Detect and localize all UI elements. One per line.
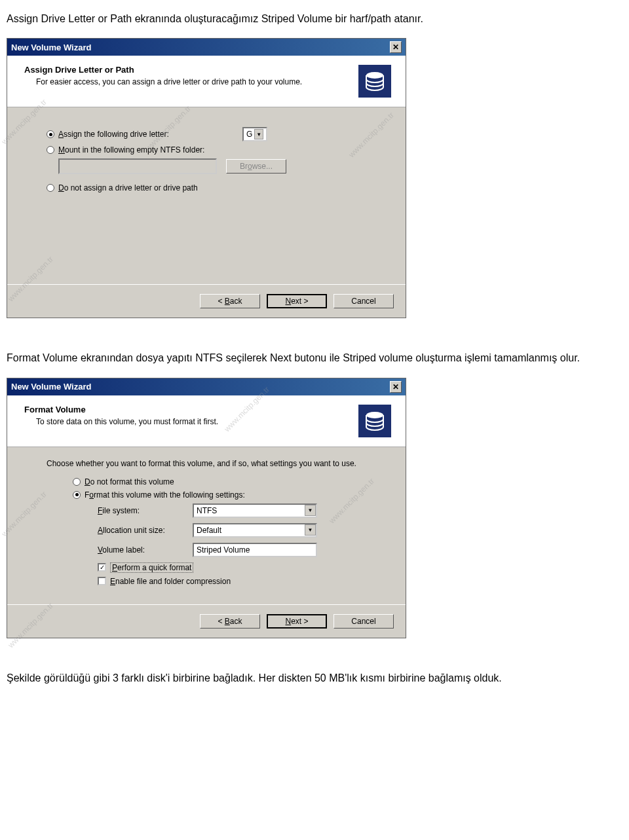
filesystem-dropdown[interactable]: NTFS ▼ bbox=[193, 503, 317, 518]
chevron-down-icon: ▼ bbox=[254, 129, 263, 139]
cancel-button[interactable]: Cancel bbox=[334, 294, 394, 308]
next-button[interactable]: Next > bbox=[267, 294, 327, 308]
volume-label-row: Volume label: Striped Volume bbox=[98, 543, 379, 557]
page-title: Format Volume bbox=[24, 405, 349, 414]
radio-label: Mount in the following empty NTFS folder… bbox=[58, 145, 204, 155]
next-button[interactable]: Next > bbox=[267, 614, 327, 629]
compression-label: Enable file and folder compression bbox=[110, 577, 231, 586]
wizard-header: Assign Drive Letter or Path For easier a… bbox=[7, 56, 406, 107]
drive-letter-dropdown[interactable]: G ▼ bbox=[242, 127, 267, 141]
paragraph-3: Şekilde görüldüğü gibi 3 farklı disk'i b… bbox=[7, 671, 622, 685]
wizard-body: Choose whether you want to format this v… bbox=[7, 447, 406, 604]
window-title: New Volume Wizard bbox=[11, 43, 91, 52]
option-assign-letter[interactable]: Assign the following drive letter: G ▼ bbox=[47, 127, 379, 141]
option-no-format[interactable]: Do not format this volume bbox=[73, 477, 379, 486]
wizard-header: Format Volume To store data on this volu… bbox=[7, 395, 406, 447]
radio-icon bbox=[47, 184, 54, 192]
close-icon[interactable]: ✕ bbox=[390, 381, 402, 393]
page-title: Assign Drive Letter or Path bbox=[24, 65, 349, 75]
instruction-text: Choose whether you want to format this v… bbox=[47, 459, 379, 468]
wizard-body: Assign the following drive letter: G ▼ M… bbox=[7, 107, 406, 284]
volume-label-input[interactable]: Striped Volume bbox=[193, 543, 317, 557]
volume-label-label: Volume label: bbox=[98, 545, 193, 555]
filesystem-value: NTFS bbox=[197, 506, 217, 515]
page-subtitle: To store data on this volume, you must f… bbox=[36, 417, 349, 426]
radio-label: Do not format this volume bbox=[85, 477, 174, 486]
radio-label: Format this volume with the following se… bbox=[85, 490, 245, 500]
titlebar: New Volume Wizard ✕ bbox=[7, 39, 406, 56]
checkbox-icon bbox=[98, 577, 106, 585]
filesystem-row: File system: NTFS ▼ bbox=[98, 503, 379, 518]
option-no-assign[interactable]: Do not assign a drive letter or drive pa… bbox=[47, 183, 379, 192]
mount-path-row: Browse... bbox=[58, 158, 379, 174]
svg-point-1 bbox=[366, 412, 383, 418]
chevron-down-icon: ▼ bbox=[305, 524, 316, 536]
back-button[interactable]: < Back bbox=[200, 294, 260, 308]
allocation-label: Allocation unit size: bbox=[98, 526, 193, 535]
option-mount-folder[interactable]: Mount in the following empty NTFS folder… bbox=[47, 145, 379, 155]
window-title: New Volume Wizard bbox=[11, 382, 91, 392]
wizard-buttons: < Back Next > Cancel bbox=[7, 604, 406, 638]
filesystem-label: File system: bbox=[98, 506, 193, 515]
allocation-row: Allocation unit size: Default ▼ bbox=[98, 523, 379, 538]
quick-format-label: Perform a quick format bbox=[110, 562, 193, 573]
chevron-down-icon: ▼ bbox=[305, 505, 316, 516]
radio-icon bbox=[73, 491, 81, 499]
checkbox-icon: ✓ bbox=[98, 563, 106, 572]
svg-point-0 bbox=[366, 72, 383, 79]
paragraph-1: Assign Drive Letter or Path ekranında ol… bbox=[7, 12, 622, 26]
disk-stack-icon bbox=[358, 405, 391, 437]
titlebar: New Volume Wizard ✕ bbox=[7, 378, 406, 395]
paragraph-2: Format Volume ekranından dosya yapıtı NT… bbox=[7, 351, 622, 365]
allocation-value: Default bbox=[197, 526, 221, 535]
radio-label: Assign the following drive letter: bbox=[58, 130, 238, 139]
radio-icon bbox=[73, 478, 81, 486]
format-settings: File system: NTFS ▼ Allocation unit size… bbox=[98, 503, 379, 586]
mount-path-input bbox=[58, 158, 217, 174]
compression-checkbox[interactable]: Enable file and folder compression bbox=[98, 577, 379, 586]
close-icon[interactable]: ✕ bbox=[390, 41, 402, 53]
radio-icon bbox=[47, 130, 54, 138]
wizard-format-volume: New Volume Wizard ✕ Format Volume To sto… bbox=[7, 378, 406, 638]
radio-icon bbox=[47, 146, 54, 154]
option-format-settings[interactable]: Format this volume with the following se… bbox=[73, 490, 379, 500]
page-subtitle: For easier access, you can assign a driv… bbox=[36, 77, 349, 86]
wizard-assign-drive: New Volume Wizard ✕ Assign Drive Letter … bbox=[7, 38, 406, 318]
disk-stack-icon bbox=[358, 65, 391, 98]
wizard-buttons: < Back Next > Cancel bbox=[7, 284, 406, 318]
browse-button: Browse... bbox=[226, 159, 286, 173]
radio-label: Do not assign a drive letter or drive pa… bbox=[58, 183, 198, 192]
drive-letter-value: G bbox=[246, 130, 252, 139]
cancel-button[interactable]: Cancel bbox=[334, 614, 394, 629]
allocation-dropdown[interactable]: Default ▼ bbox=[193, 523, 317, 538]
quick-format-checkbox[interactable]: ✓ Perform a quick format bbox=[98, 562, 379, 573]
back-button[interactable]: < Back bbox=[200, 614, 260, 629]
